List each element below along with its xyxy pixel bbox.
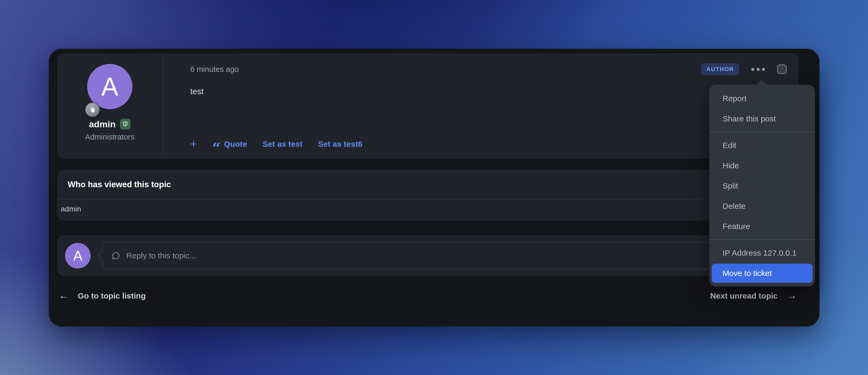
who-viewed-title: Who has viewed this topic	[57, 170, 799, 200]
menu-item-delete[interactable]: Delete	[709, 196, 815, 216]
who-viewed-panel: Who has viewed this topic admin	[57, 170, 799, 221]
menu-item-ip-address[interactable]: IP Address 127.0.0.1	[709, 243, 815, 263]
set-as-test-button[interactable]: Set as test	[262, 139, 302, 149]
post-actions-row: + “ Quote Set as test Set as test6	[190, 139, 787, 149]
author-avatar-wrap: A	[87, 64, 132, 109]
post-header-controls: AUTHOR	[701, 63, 787, 75]
post-options-button[interactable]	[750, 65, 766, 73]
menu-item-move-to-ticket[interactable]: Move to ticket	[712, 264, 813, 283]
post-header: 6 minutes ago AUTHOR	[190, 63, 787, 75]
viewer-name[interactable]: admin	[57, 200, 799, 221]
post-select-checkbox[interactable]	[777, 64, 787, 74]
quote-label: Quote	[224, 139, 247, 149]
menu-item-share-this-post[interactable]: Share this post	[709, 109, 815, 129]
quote-button[interactable]: “ Quote	[212, 139, 247, 149]
post-main: 6 minutes ago AUTHOR test + “ Quote Set …	[163, 53, 799, 159]
chat-bubble-icon	[111, 251, 120, 260]
reply-placeholder: Reply to this topic...	[126, 251, 196, 260]
post-timestamp[interactable]: 6 minutes ago	[190, 65, 239, 74]
set-as-test6-button[interactable]: Set as test6	[318, 139, 363, 149]
menu-divider	[709, 132, 815, 132]
menu-item-edit[interactable]: Edit	[709, 135, 815, 156]
administrator-shield-badge	[120, 119, 130, 129]
author-name-row: admin	[89, 119, 130, 129]
next-unread-topic-link[interactable]: Next unread topic →	[710, 291, 797, 301]
post-content: test	[190, 87, 787, 139]
go-to-topic-listing-link[interactable]: ← Go to topic listing	[59, 291, 146, 301]
menu-divider	[709, 240, 815, 240]
go-to-topic-listing-label: Go to topic listing	[78, 291, 146, 301]
next-unread-topic-label: Next unread topic	[710, 291, 778, 301]
author-group: Administrators	[85, 133, 134, 142]
menu-item-split[interactable]: Split	[709, 176, 815, 196]
waving-hand-badge-icon	[85, 102, 100, 117]
post: A admin	[57, 53, 799, 159]
menu-item-hide[interactable]: Hide	[709, 156, 815, 176]
desktop-background: A admin	[0, 0, 868, 375]
reply-avatar: A	[65, 243, 91, 269]
author-name[interactable]: admin	[89, 119, 116, 129]
menu-item-report[interactable]: Report	[709, 88, 815, 109]
reply-input[interactable]: Reply to this topic...	[102, 242, 789, 270]
reply-box: A Reply to this topic...	[57, 236, 799, 276]
topic-footer-nav: ← Go to topic listing Next unread topic …	[57, 291, 799, 301]
post-author-pane: A admin	[57, 53, 163, 159]
post-options-menu: Report Share this post Edit Hide Split D…	[709, 85, 815, 287]
topic-page-card: A admin	[49, 49, 819, 326]
author-flag-badge: AUTHOR	[701, 63, 739, 75]
menu-item-feature[interactable]: Feature	[709, 216, 815, 237]
